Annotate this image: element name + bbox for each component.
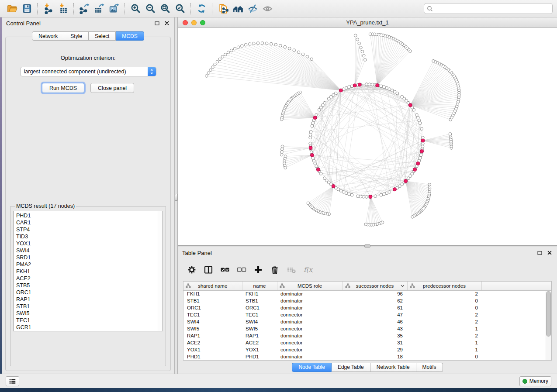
column-type-icon (410, 283, 415, 288)
main-toolbar (0, 0, 557, 17)
control-panel-title: Control Panel (6, 20, 41, 27)
table-row[interactable]: ACE2ACE2connector311 (183, 339, 551, 346)
sort-descending-icon (401, 285, 405, 287)
first-neighbors-icon[interactable] (230, 2, 245, 15)
mcds-result-item[interactable]: STP4 (16, 226, 163, 233)
network-window-titlebar: YPA_prune.txt_1 (178, 17, 557, 28)
network-canvas-wrap (178, 28, 557, 245)
export-network-icon[interactable] (77, 2, 92, 15)
toolbar-icon-group (4, 2, 275, 15)
zoom-fit-icon[interactable] (158, 2, 173, 15)
close-window-icon[interactable] (183, 20, 188, 25)
hide-graphics-details-icon[interactable] (245, 2, 260, 15)
show-columns-icon[interactable] (201, 263, 215, 277)
column-header-shared-name[interactable]: shared name (183, 282, 242, 290)
table-row[interactable]: YOX1YOX1connector291 (183, 346, 551, 353)
column-type-icon (345, 283, 350, 288)
table-row[interactable]: SWI4SWI4dominator462 (183, 318, 551, 325)
maximize-window-icon[interactable] (200, 20, 205, 25)
column-header-successor-nodes[interactable]: successor nodes (343, 282, 407, 290)
horizontal-splitter[interactable] (178, 246, 557, 247)
zoom-in-icon[interactable] (128, 2, 143, 15)
mcds-result-item[interactable]: PHD1 (16, 212, 163, 219)
import-table-icon[interactable] (55, 2, 70, 15)
export-table-icon[interactable] (92, 2, 107, 15)
close-panel-icon[interactable] (163, 20, 170, 27)
mcds-result-item[interactable]: GCR1 (16, 324, 163, 331)
table-scrollbar-thumb[interactable] (546, 291, 551, 337)
float-panel-icon[interactable] (154, 20, 160, 27)
table-row[interactable]: TEC1TEC1connector472 (183, 311, 551, 318)
table-panel-tabs: Node TableEdge TableNetwork TableMotifs (178, 361, 557, 374)
splitter-grip[interactable] (364, 244, 370, 248)
deselect-all-rows-icon[interactable] (235, 263, 249, 277)
memory-button[interactable]: Memory (519, 376, 551, 386)
mcds-result-item[interactable]: YOX1 (16, 240, 163, 247)
mcds-result-item[interactable]: FKH1 (16, 268, 163, 275)
table-settings-icon[interactable] (185, 263, 199, 277)
toolbar-separator (73, 3, 74, 14)
tab-motifs[interactable]: Motifs (416, 363, 443, 372)
svg-text:f(x): f(x) (304, 266, 313, 274)
splitter-grip[interactable] (175, 194, 178, 201)
mcds-result-item[interactable]: STB5 (16, 282, 163, 289)
optimization-criterion-select[interactable]: largest connected component (undirected) (20, 67, 156, 76)
tab-style[interactable]: Style (64, 31, 89, 41)
network-canvas[interactable] (178, 28, 557, 245)
search-input[interactable] (435, 5, 550, 12)
mcds-result-item[interactable]: CAR1 (16, 219, 163, 226)
refresh-layout-icon[interactable] (194, 2, 209, 15)
zoom-selected-icon[interactable] (173, 2, 187, 15)
column-header-name[interactable]: name (242, 282, 277, 290)
task-history-button[interactable] (6, 376, 19, 386)
network-view-window: YPA_prune.txt_1 (178, 17, 557, 246)
mcds-result-item[interactable]: STB1 (16, 303, 163, 310)
run-mcds-button[interactable]: Run MCDS (42, 83, 84, 93)
add-column-icon[interactable] (251, 263, 265, 277)
column-header-predecessor-nodes[interactable]: predecessor nodes (407, 282, 481, 290)
table-row[interactable]: SWI5SWI5connector431 (183, 325, 551, 332)
table-row[interactable]: ORC1ORC1dominator610 (183, 304, 551, 311)
close-panel-icon[interactable] (546, 250, 553, 256)
save-session-icon[interactable] (19, 2, 34, 15)
mcds-result-item[interactable]: SRD1 (16, 254, 163, 261)
mcds-result-item[interactable]: TID3 (16, 233, 163, 240)
float-panel-icon[interactable] (536, 250, 543, 256)
tab-node-table[interactable]: Node Table (292, 363, 332, 372)
mcds-result-item[interactable]: RAP1 (16, 296, 163, 303)
tab-mcds[interactable]: MCDS (116, 31, 144, 41)
delete-table-icon (284, 263, 298, 277)
mcds-result-item[interactable]: SWI5 (16, 310, 163, 317)
mcds-result-item[interactable]: TEC1 (16, 317, 163, 324)
tab-edge-table[interactable]: Edge Table (332, 363, 370, 372)
minimize-window-icon[interactable] (191, 20, 197, 25)
clone-network-icon[interactable] (215, 2, 230, 15)
window-controls (183, 17, 205, 28)
tab-network-table[interactable]: Network Table (370, 363, 416, 372)
toolbar-separator (190, 3, 191, 14)
select-all-rows-icon[interactable] (218, 263, 232, 277)
delete-column-icon[interactable] (268, 263, 282, 277)
table-row[interactable]: RAP1RAP1dominator352 (183, 332, 551, 339)
tab-network[interactable]: Network (32, 31, 64, 41)
mcds-result-item[interactable]: ORC1 (16, 289, 163, 296)
column-header-MCDS-role[interactable]: MCDS role (277, 282, 343, 290)
table-row[interactable]: STB1STB1dominator620 (183, 297, 551, 304)
show-graphics-details-icon (260, 2, 275, 15)
import-network-icon[interactable] (41, 2, 55, 15)
mcds-result-item[interactable]: ACE2 (16, 275, 163, 282)
mcds-result-item[interactable]: SWI4 (16, 247, 163, 254)
table-row[interactable]: PHD1PHD1dominator180 (183, 353, 551, 360)
vertical-splitter[interactable] (175, 17, 178, 374)
open-session-icon[interactable] (4, 2, 19, 15)
close-panel-button[interactable]: Close panel (90, 83, 134, 93)
network-window-title: YPA_prune.txt_1 (346, 19, 388, 26)
zoom-out-icon[interactable] (143, 2, 158, 15)
result-scrollbar-track[interactable] (158, 211, 163, 331)
mcds-result-item[interactable]: PMA2 (16, 261, 163, 268)
table-row[interactable]: FKH1FKH1dominator962 (183, 290, 551, 297)
export-image-icon[interactable] (107, 2, 121, 15)
tab-select[interactable]: Select (89, 31, 116, 41)
optimization-criterion-value: largest connected component (undirected) (21, 69, 148, 75)
mcds-result-listbox: PHD1CAR1STP4TID3YOX1SWI4SRD1PMA2FKH1ACE2… (13, 211, 163, 331)
